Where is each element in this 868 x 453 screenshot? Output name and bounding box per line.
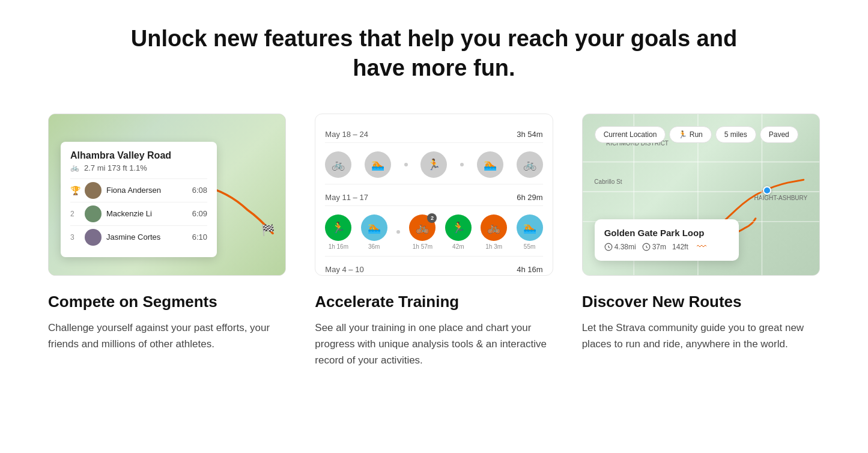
training-inner: May 18 – 24 3h 54m 🚲 🏊 xyxy=(315,114,552,275)
activity-swim-teal: 🏊 xyxy=(361,214,387,241)
bike-icon: 🚲 xyxy=(70,163,79,172)
segment-name: Alhambra Valley Road xyxy=(70,150,207,161)
run-btn[interactable]: 🏃 Run xyxy=(669,126,711,143)
features-grid: 🏁 Alhambra Valley Road 🚲 2.7 mi 173 ft 1… xyxy=(48,114,820,369)
week3-label: May 4 – 10 xyxy=(325,265,363,274)
routes-screenshot: RICHMOND DISTRICT Anza St Cabrillo St HA… xyxy=(582,114,820,276)
activity-run-green2: 🏃 xyxy=(445,214,472,241)
activity-bubble-run: 🏃 xyxy=(420,151,447,178)
rank-2: 2 xyxy=(70,210,85,218)
feature-training: May 18 – 24 3h 54m 🚲 🏊 xyxy=(315,114,553,369)
training-week-3: May 4 – 10 4h 16m xyxy=(325,259,542,276)
current-location-btn[interactable]: Current Location xyxy=(595,126,666,143)
racer-2-name: Mackenzie Li xyxy=(106,209,192,218)
act-time-1: 36m xyxy=(368,243,380,250)
activity-badge: 2 xyxy=(427,213,437,223)
feature-routes: RICHMOND DISTRICT Anza St Cabrillo St HA… xyxy=(582,114,820,369)
leaderboard-row-2: 2 Mackenzie Li 6:09 xyxy=(70,202,207,225)
act-time-3: 1h 57m xyxy=(413,243,432,250)
week1-label: May 18 – 24 xyxy=(325,130,368,139)
routes-feature-desc: Let the Strava community guide you to gr… xyxy=(582,320,820,352)
act-time-4: 42m xyxy=(452,243,464,250)
segment-info-popup: Alhambra Valley Road 🚲 2.7 mi 173 ft 1.1… xyxy=(61,142,217,257)
activity-cycle-orange: 🚲 2 xyxy=(409,214,436,241)
page-wrapper: Unlock new features that help you reach … xyxy=(0,0,868,404)
feature-segments: 🏁 Alhambra Valley Road 🚲 2.7 mi 173 ft 1… xyxy=(48,114,286,369)
routes-map-bg: RICHMOND DISTRICT Anza St Cabrillo St HA… xyxy=(583,114,819,275)
segment-map: 🏁 Alhambra Valley Road 🚲 2.7 mi 173 ft 1… xyxy=(49,114,285,275)
racer-3-time: 6:10 xyxy=(192,233,207,242)
training-week-1: May 18 – 24 3h 54m xyxy=(325,124,542,143)
finish-flag: 🏁 xyxy=(261,223,275,237)
activity-bubble-cycle: 🚲 xyxy=(325,151,351,178)
squiggle-icon: 〰 xyxy=(697,242,706,252)
training-week2-activities: 🏃 1h 16m 🏊 36m xyxy=(325,208,542,257)
activity-dot-2 xyxy=(460,163,464,166)
segment-feature-title: Compete on Segments xyxy=(48,293,286,311)
racer-1-name: Fiona Andersen xyxy=(106,186,192,195)
route-distance: 4.38mi xyxy=(604,243,636,251)
training-feature-title: Accelerate Training xyxy=(315,293,553,311)
activity-bubble-swim2: 🏊 xyxy=(477,151,503,178)
training-feature-desc: See all your training in one place and c… xyxy=(315,320,553,369)
racer-2-time: 6:09 xyxy=(192,209,207,218)
routes-map: RICHMOND DISTRICT Anza St Cabrillo St HA… xyxy=(583,114,819,275)
route-stats: 4.38mi 37m 142ft 〰 xyxy=(604,242,729,252)
segment-feature-desc: Challenge yourself against your past eff… xyxy=(48,320,286,352)
activity-bubble-swim: 🏊 xyxy=(365,151,391,178)
route-name: Golden Gate Park Loop xyxy=(604,228,729,238)
distance-btn[interactable]: 5 miles xyxy=(715,126,756,143)
activity-dot xyxy=(404,163,408,166)
avatar-3 xyxy=(85,229,102,246)
act-time-6: 55m xyxy=(524,243,535,250)
week1-activity-row: 🚲 🏊 🏃 xyxy=(325,151,542,178)
leaderboard-row-1: 🏆 Fiona Andersen 6:08 xyxy=(70,178,207,202)
activity-bubble-cycle2: 🚲 xyxy=(517,151,543,178)
rank-3: 3 xyxy=(70,233,85,242)
route-info-popup: Golden Gate Park Loop 4.38mi 37m xyxy=(595,219,739,261)
racer-3-name: Jasmine Cortes xyxy=(106,233,192,242)
training-week-2: May 11 – 17 6h 29m xyxy=(325,187,542,206)
route-time: 37m xyxy=(642,243,666,251)
week3-total: 4h 16m xyxy=(517,265,542,274)
rank-crown: 🏆 xyxy=(70,186,85,195)
avatar-2 xyxy=(85,205,102,222)
week2-activity-row: 🏃 1h 16m 🏊 36m xyxy=(325,214,542,250)
route-elevation: 142ft xyxy=(672,243,688,251)
week1-total: 3h 54m xyxy=(517,130,542,139)
current-location-dot xyxy=(763,186,771,195)
activity-cycle-orange2: 🚲 xyxy=(481,214,507,241)
training-week1-activities: 🚲 🏊 🏃 xyxy=(325,145,542,184)
act-time-5: 1h 3m xyxy=(485,243,502,250)
headline-line1: Unlock new features that help you reach … xyxy=(131,26,737,51)
training-screenshot: May 18 – 24 3h 54m 🚲 🏊 xyxy=(315,114,553,276)
segment-screenshot: 🏁 Alhambra Valley Road 🚲 2.7 mi 173 ft 1… xyxy=(48,114,286,276)
activity-run-green: 🏃 xyxy=(325,214,351,241)
surface-btn[interactable]: Paved xyxy=(760,126,798,143)
activity-swim-teal2: 🏊 xyxy=(517,214,543,241)
act-col: 🚲 xyxy=(325,151,351,178)
routes-feature-title: Discover New Routes xyxy=(582,293,820,311)
leaderboard-row-3: 3 Jasmine Cortes 6:10 xyxy=(70,225,207,249)
week2-label: May 11 – 17 xyxy=(325,193,368,202)
week2-total: 6h 29m xyxy=(517,193,542,202)
act-dot xyxy=(396,230,400,234)
segment-stats: 🚲 2.7 mi 173 ft 1.1% xyxy=(70,163,207,172)
racer-1-time: 6:08 xyxy=(192,186,207,195)
page-headline: Unlock new features that help you reach … xyxy=(48,24,820,84)
avatar-1 xyxy=(85,182,102,199)
act-time-0: 1h 16m xyxy=(329,243,348,250)
headline-line2: have more fun. xyxy=(353,55,515,81)
routes-toolbar: Current Location 🏃 Run 5 miles Paved xyxy=(595,126,807,143)
